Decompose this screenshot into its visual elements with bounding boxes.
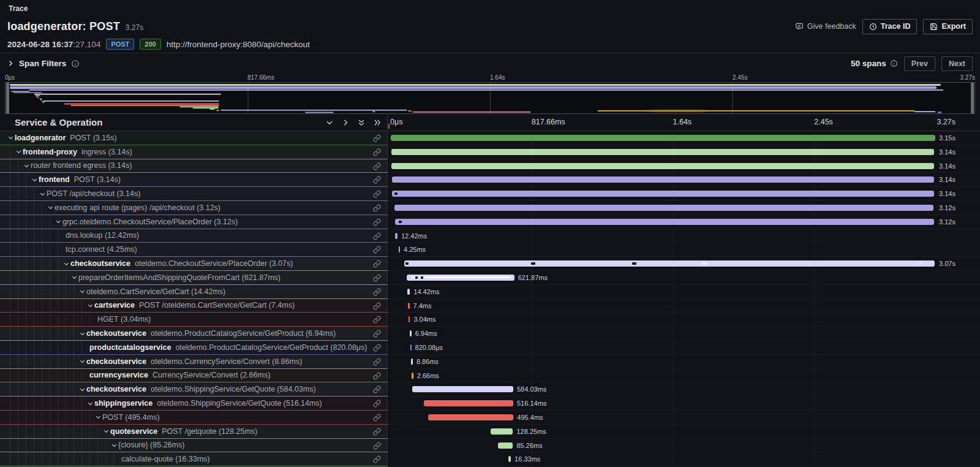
span-duration-bar[interactable] <box>410 344 412 351</box>
span-link-icon[interactable] <box>373 218 381 229</box>
span-link-icon[interactable] <box>373 134 381 145</box>
chevron-down-icon[interactable] <box>30 177 39 183</box>
span-row[interactable]: cartservicePOST /oteldemo.CartService/Ge… <box>0 299 980 313</box>
collapse-all-icon[interactable] <box>356 117 366 127</box>
span-link-icon[interactable] <box>373 162 381 173</box>
span-duration-bar[interactable] <box>428 414 514 420</box>
span-duration-bar[interactable] <box>407 289 410 295</box>
chevron-down-icon[interactable] <box>86 302 94 309</box>
span-row[interactable]: checkoutserviceoteldemo.CheckoutService/… <box>0 257 980 271</box>
span-link-icon[interactable] <box>373 455 381 466</box>
chevron-down-icon[interactable] <box>94 414 102 420</box>
expand-one-icon[interactable] <box>340 117 350 127</box>
next-span-button[interactable]: Next <box>941 56 973 71</box>
span-link-icon[interactable] <box>373 371 381 382</box>
span-row[interactable]: productcatalogserviceoteldemo.ProductCat… <box>0 341 980 355</box>
span-row[interactable]: executing api route (pages) /api/checkou… <box>0 201 980 215</box>
chevron-down-icon[interactable] <box>102 428 110 435</box>
span-row[interactable]: checkoutserviceoteldemo.ShippingService/… <box>0 382 980 397</box>
prev-span-button[interactable]: Prev <box>904 56 935 71</box>
span-link-icon[interactable] <box>373 175 381 186</box>
span-duration-bar[interactable] <box>411 359 413 365</box>
span-row[interactable]: {closure} (85.26ms)85.26ms <box>0 439 980 453</box>
span-duration-bar[interactable] <box>392 177 934 183</box>
span-duration-bar[interactable] <box>395 219 934 225</box>
span-link-icon[interactable] <box>373 315 381 326</box>
span-link-icon[interactable] <box>373 232 381 243</box>
span-link-icon[interactable] <box>373 259 381 270</box>
chevron-down-icon[interactable] <box>6 134 15 141</box>
span-link-icon[interactable] <box>373 148 381 159</box>
span-duration-bar[interactable] <box>424 400 513 406</box>
chevron-down-icon[interactable] <box>38 191 47 197</box>
span-duration-bar[interactable] <box>408 303 410 309</box>
span-duration-bar[interactable] <box>391 163 934 169</box>
chevron-down-icon[interactable] <box>22 162 31 169</box>
panel-resize-handle[interactable]: ‖ <box>388 123 391 130</box>
span-duration-bar[interactable] <box>391 149 934 155</box>
chevron-down-icon[interactable] <box>78 358 86 365</box>
span-duration-bar[interactable] <box>407 275 514 281</box>
span-link-icon[interactable] <box>373 287 381 298</box>
export-button[interactable]: Export <box>923 19 973 34</box>
span-link-icon[interactable] <box>373 273 381 284</box>
span-row[interactable]: POST (495.4ms)495.4ms <box>0 411 980 425</box>
span-duration-bar[interactable] <box>412 373 413 379</box>
chevron-down-icon[interactable] <box>78 386 86 393</box>
span-link-icon[interactable] <box>373 427 381 438</box>
span-duration-bar[interactable] <box>409 316 410 322</box>
span-row[interactable]: frontendPOST (3.14s)3.14s <box>0 173 980 187</box>
span-row[interactable]: router frontend egress (3.14s)3.14s <box>0 159 980 173</box>
span-duration-bar[interactable] <box>412 386 513 392</box>
chevron-down-icon[interactable] <box>14 148 23 155</box>
span-link-icon[interactable] <box>373 343 381 354</box>
span-row[interactable]: tcp.connect (4.25ms)4.25ms <box>0 243 980 257</box>
span-duration-bar[interactable] <box>491 428 513 435</box>
span-link-icon[interactable] <box>373 385 381 396</box>
span-row[interactable]: oteldemo.CartService/GetCart (14.42ms)14… <box>0 285 980 299</box>
span-row[interactable]: currencyserviceCurrencyService/Convert (… <box>0 369 980 383</box>
give-feedback-button[interactable]: Give feedback <box>795 22 856 31</box>
chevron-down-icon[interactable] <box>46 204 55 211</box>
span-row[interactable]: frontend-proxyingress (3.14s)3.14s <box>0 145 980 159</box>
span-duration-bar[interactable] <box>392 191 934 197</box>
span-link-icon[interactable] <box>373 399 381 410</box>
span-link-icon[interactable] <box>373 203 381 215</box>
expand-all-icon[interactable] <box>372 117 382 127</box>
chevron-down-icon[interactable] <box>86 400 94 407</box>
chevron-down-icon[interactable] <box>70 274 78 281</box>
span-link-icon[interactable] <box>373 302 381 313</box>
span-row[interactable]: quoteservicePOST /getquote (128.25ms)128… <box>0 425 980 439</box>
span-duration-bar[interactable] <box>399 246 401 252</box>
span-duration-bar[interactable] <box>498 442 513 449</box>
minimap-viewport[interactable] <box>5 82 975 114</box>
chevron-down-icon[interactable] <box>62 260 70 267</box>
span-duration-bar[interactable] <box>404 260 935 267</box>
span-row[interactable]: checkoutserviceoteldemo.CurrencyService/… <box>0 355 980 369</box>
span-row[interactable]: loadgeneratorPOST (3.15s)3.15s <box>0 131 980 145</box>
span-row[interactable]: calculate-quote (16.33ms)16.33ms <box>0 452 980 466</box>
collapse-one-icon[interactable] <box>324 117 334 127</box>
span-link-icon[interactable] <box>373 245 381 256</box>
span-duration-bar[interactable] <box>394 205 934 211</box>
span-link-icon[interactable] <box>373 189 381 200</box>
span-row[interactable]: dns.lookup (12.42ms)12.42ms <box>0 229 980 243</box>
span-duration-bar[interactable] <box>395 233 398 239</box>
chevron-down-icon[interactable] <box>78 288 86 295</box>
chevron-down-icon[interactable] <box>110 442 118 449</box>
span-row[interactable]: grpc.oteldemo.CheckoutService/PlaceOrder… <box>0 215 980 229</box>
span-row[interactable]: checkoutserviceoteldemo.ProductCatalogSe… <box>0 327 980 341</box>
span-row[interactable]: HGET (3.04ms)3.04ms <box>0 313 980 327</box>
span-duration-bar[interactable] <box>410 330 412 336</box>
span-link-icon[interactable] <box>373 357 381 368</box>
span-row[interactable]: POST /api/checkout (3.14s)3.14s <box>0 187 980 201</box>
span-row[interactable]: prepareOrderItemsAndShippingQuoteFromCar… <box>0 271 980 285</box>
span-duration-bar[interactable] <box>508 456 511 462</box>
span-link-icon[interactable] <box>373 329 381 340</box>
trace-id-button[interactable]: Trace ID <box>862 19 918 34</box>
span-duration-bar[interactable] <box>391 135 935 141</box>
span-row[interactable]: shippingserviceoteldemo.ShippingService/… <box>0 397 980 411</box>
chevron-down-icon[interactable] <box>78 330 86 337</box>
span-link-icon[interactable] <box>373 441 381 452</box>
span-filters-toggle[interactable]: Span Filters <box>7 59 80 68</box>
